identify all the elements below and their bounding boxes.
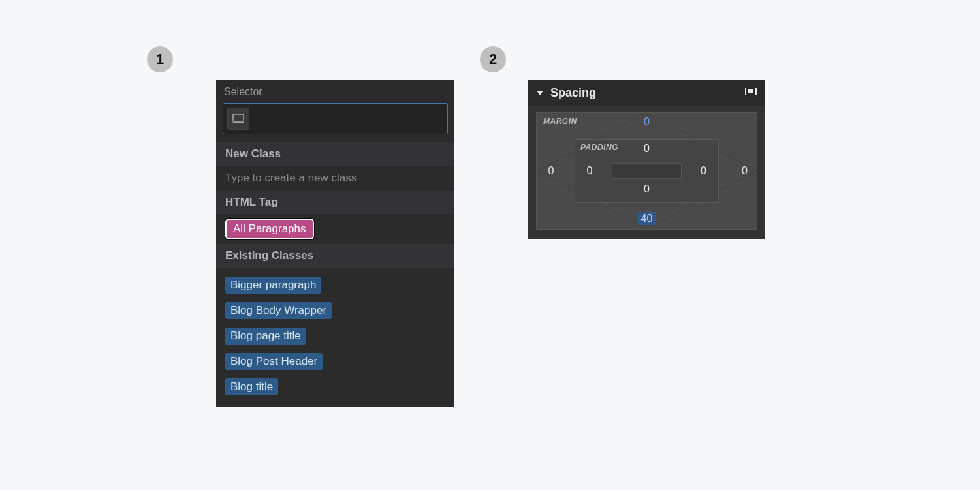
new-class-body[interactable]: Type to create a new class [216,166,454,191]
spacing-body: MARGIN 0 0 40 0 PADDING 0 0 0 0 [528,106,765,239]
disclosure-triangle-icon[interactable] [536,86,544,100]
content-box [612,163,682,179]
svg-rect-3 [745,88,746,95]
spacing-panel: Spacing MARGIN 0 0 40 0 PADDING 0 0 0 0 [528,80,765,239]
margin-box: MARGIN 0 0 40 0 PADDING 0 0 0 0 [536,112,757,230]
class-chip[interactable]: Bigger paragraph [225,277,321,294]
margin-right-value[interactable]: 0 [738,164,751,177]
padding-label: PADDING [580,143,618,152]
class-chip[interactable]: Blog Body Wrapper [225,302,332,319]
full-width-icon[interactable] [744,86,757,100]
device-icon[interactable] [227,108,249,130]
existing-classes-list: Bigger paragraph Blog Body Wrapper Blog … [216,268,454,407]
html-tag-body: All Paragraphs [216,214,454,244]
padding-right-value[interactable]: 0 [697,164,710,177]
step-badge-1: 1 [147,46,173,72]
svg-rect-5 [748,89,753,93]
padding-bottom-value[interactable]: 0 [640,183,654,196]
margin-bottom-value[interactable]: 40 [637,212,657,225]
spacing-title: Spacing [550,86,744,100]
spacing-header[interactable]: Spacing [528,80,765,106]
html-tag-chip-all-paragraphs[interactable]: All Paragraphs [225,219,314,239]
padding-box: PADDING 0 0 0 0 [575,139,719,203]
class-chip[interactable]: Blog title [225,378,278,395]
svg-rect-4 [755,88,757,95]
svg-marker-2 [537,91,543,95]
selector-label: Selector [216,80,454,103]
step-badge-2: 2 [480,46,506,72]
text-cursor [255,112,255,126]
class-chip[interactable]: Blog Post Header [225,353,323,370]
margin-top-value[interactable]: 0 [640,115,654,129]
padding-left-value[interactable]: 0 [583,164,597,177]
padding-top-value[interactable]: 0 [640,142,654,155]
margin-left-value[interactable]: 0 [545,164,558,177]
selector-panel: Selector New Class Type to create a new … [216,80,454,407]
svg-rect-1 [232,122,244,123]
class-chip[interactable]: Blog page title [225,328,306,345]
existing-classes-header: Existing Classes [216,244,454,268]
margin-label: MARGIN [543,117,577,126]
new-class-header: New Class [216,142,454,166]
new-class-placeholder: Type to create a new class [225,170,445,186]
selector-input-row[interactable] [223,103,448,134]
svg-rect-0 [233,114,244,121]
html-tag-header: HTML Tag [216,191,454,214]
